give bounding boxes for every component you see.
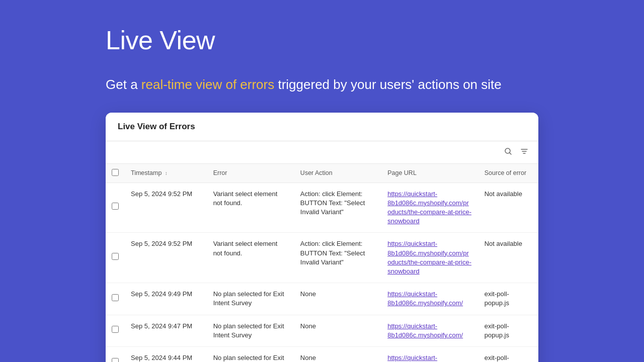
row-user-action: None [294,315,381,346]
row-timestamp: Sep 5, 2024 9:52 PM [125,183,207,233]
filter-icon[interactable] [518,146,530,158]
row-checkbox-0[interactable] [112,203,119,210]
row-checkbox-cell [106,283,125,315]
page-wrapper: Live View Get a real-time view of errors… [0,0,644,362]
page-url-link[interactable]: https://quickstart-8b1d086c.myshopify.co… [387,322,463,339]
error-header: Error [207,164,294,183]
page-url-link[interactable]: https://quickstart-8b1d086c.myshopify.co… [387,354,463,362]
row-source: Not available [478,183,538,233]
user-action-header: User Action [294,164,381,183]
card-header: Live View of Errors [106,113,538,141]
row-error: No plan selected for Exit Intent Survey [207,346,294,362]
source-header: Source of error [478,164,538,183]
row-error: No plan selected for Exit Intent Survey [207,315,294,346]
table-row: Sep 5, 2024 9:47 PM No plan selected for… [106,315,538,346]
svg-line-1 [510,152,512,154]
table-row: Sep 5, 2024 9:44 PM No plan selected for… [106,346,538,362]
select-all-checkbox[interactable] [112,169,119,176]
page-url-link[interactable]: https://quickstart-8b1d086c.myshopify.co… [387,240,471,275]
row-error: Variant select element not found. [207,233,294,283]
row-checkbox-1[interactable] [112,253,119,260]
row-checkbox-cell [106,183,125,233]
row-user-action: None [294,346,381,362]
row-timestamp: Sep 5, 2024 9:44 PM [125,346,207,362]
row-timestamp: Sep 5, 2024 9:47 PM [125,315,207,346]
row-timestamp: Sep 5, 2024 9:49 PM [125,283,207,315]
subtitle-suffix: triggered by your users' actions on site [274,77,502,92]
row-page-url: https://quickstart-8b1d086c.myshopify.co… [381,233,478,283]
row-user-action: Action: click Element: BUTTON Text: "Sel… [294,183,381,233]
page-url-link[interactable]: https://quickstart-8b1d086c.myshopify.co… [387,190,471,225]
row-page-url: https://quickstart-8b1d086c.myshopify.co… [381,283,478,315]
search-icons-group [502,146,530,158]
row-source: exit-poll-popup.js [478,315,538,346]
table-header-row: Timestamp ↕ Error User Action Page URL [106,164,538,183]
row-page-url: https://quickstart-8b1d086c.myshopify.co… [381,183,478,233]
errors-table: Timestamp ↕ Error User Action Page URL [106,164,538,362]
row-page-url: https://quickstart-8b1d086c.myshopify.co… [381,315,478,346]
page-url-link[interactable]: https://quickstart-8b1d086c.myshopify.co… [387,290,463,307]
search-icon[interactable] [502,146,514,158]
table-body: Sep 5, 2024 9:52 PM Variant select eleme… [106,183,538,362]
row-checkbox-4[interactable] [112,358,119,362]
row-error: No plan selected for Exit Intent Survey [207,283,294,315]
timestamp-header[interactable]: Timestamp ↕ [125,164,207,183]
select-all-header [106,164,125,183]
subtitle-highlight: real-time view of errors [141,77,274,92]
live-view-card: Live View of Errors [106,113,538,362]
row-page-url: https://quickstart-8b1d086c.myshopify.co… [381,346,478,362]
table-row: Sep 5, 2024 9:52 PM Variant select eleme… [106,233,538,283]
row-checkbox-cell [106,233,125,283]
subtitle: Get a real-time view of errors triggered… [106,75,518,95]
card-header-title: Live View of Errors [118,122,195,131]
row-checkbox-cell [106,315,125,346]
row-user-action: None [294,283,381,315]
row-source: Not available [478,233,538,283]
row-checkbox-2[interactable] [112,294,119,301]
row-timestamp: Sep 5, 2024 9:52 PM [125,233,207,283]
sort-icon: ↕ [165,170,168,176]
table-row: Sep 5, 2024 9:52 PM Variant select eleme… [106,183,538,233]
table-row: Sep 5, 2024 9:49 PM No plan selected for… [106,283,538,315]
table-wrapper: Timestamp ↕ Error User Action Page URL [106,164,538,362]
row-user-action: Action: click Element: BUTTON Text: "Sel… [294,233,381,283]
page-url-header: Page URL [381,164,478,183]
row-checkbox-3[interactable] [112,326,119,333]
row-error: Variant select element not found. [207,183,294,233]
page-title: Live View [106,25,644,55]
subtitle-prefix: Get a [106,77,141,92]
row-checkbox-cell [106,346,125,362]
search-filter-row [106,141,538,164]
row-source: exit-poll-popup.js [478,283,538,315]
row-source: exit-poll-popup.js [478,346,538,362]
